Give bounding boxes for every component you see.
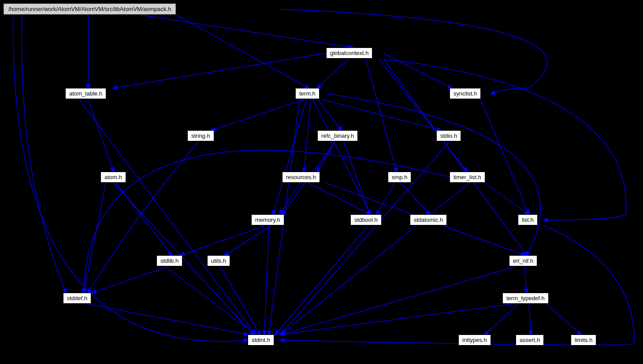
svg-line-32	[225, 226, 271, 255]
svg-line-41	[529, 304, 531, 335]
node-refc-binary: refc_binary.h	[317, 130, 358, 141]
svg-line-15	[273, 99, 306, 214]
svg-line-14	[304, 99, 311, 172]
node-assert: assert.h	[516, 335, 544, 346]
svg-line-34	[93, 267, 167, 293]
svg-line-46	[344, 142, 370, 214]
svg-line-19	[317, 142, 335, 172]
svg-line-39	[88, 304, 248, 335]
node-erl-nif: erl_nif.h	[509, 255, 537, 266]
svg-line-23	[114, 183, 253, 335]
svg-line-43	[281, 304, 511, 335]
svg-line-35	[165, 267, 256, 335]
node-synclist: synclist.h	[450, 88, 481, 99]
node-atom: atom.h	[100, 172, 126, 183]
node-globalcontext: globalcontext.h	[326, 48, 372, 59]
svg-line-27	[401, 183, 430, 214]
svg-line-31	[181, 226, 264, 255]
node-timer-list: timer_list.h	[450, 172, 485, 183]
svg-line-10	[79, 99, 256, 335]
dependency-graph	[0, 0, 643, 364]
node-stdlib: stdlib.h	[156, 255, 182, 266]
svg-line-22	[116, 183, 172, 255]
node-string: string.h	[187, 130, 214, 141]
node-stddef: stddef.h	[63, 293, 91, 304]
node-utils: utils.h	[207, 255, 230, 266]
node-limits: limits.h	[571, 335, 596, 346]
node-inttypes: inttypes.h	[458, 335, 491, 346]
svg-line-28	[377, 183, 394, 214]
svg-line-36	[220, 267, 260, 335]
svg-line-38	[281, 267, 516, 335]
svg-line-30	[281, 183, 469, 335]
svg-line-1	[141, 15, 353, 48]
svg-line-33	[264, 226, 269, 335]
node-atom-table: atom_table.h	[65, 88, 106, 99]
node-term-typedef: term_typedef.h	[502, 293, 549, 304]
node-stdio: stdio.h	[436, 130, 461, 141]
svg-line-24	[84, 183, 106, 293]
svg-line-17	[313, 99, 370, 214]
svg-line-9	[88, 99, 114, 172]
node-stdatomic: stdatomic.h	[410, 214, 447, 225]
svg-line-40	[485, 304, 518, 335]
node-stdint: stdint.h	[248, 335, 274, 346]
svg-line-44	[275, 226, 368, 335]
svg-line-11	[212, 99, 304, 130]
svg-line-5	[317, 59, 348, 88]
svg-line-25	[280, 183, 300, 214]
svg-line-3	[176, 15, 308, 88]
node-list: list.h	[518, 214, 538, 225]
svg-line-37	[524, 267, 527, 293]
node-term: term.h	[295, 88, 320, 99]
file-path-title: /home/runner/work/AtomVM/AtomVM/src/libA…	[4, 4, 176, 15]
node-resources: resources.h	[282, 172, 320, 183]
node-memory: memory.h	[251, 214, 284, 225]
node-smp: smp.h	[388, 172, 411, 183]
svg-line-6	[383, 53, 452, 88]
svg-line-4	[114, 53, 326, 88]
node-stdbool: stdbool.h	[350, 214, 382, 225]
svg-line-42	[546, 304, 581, 335]
